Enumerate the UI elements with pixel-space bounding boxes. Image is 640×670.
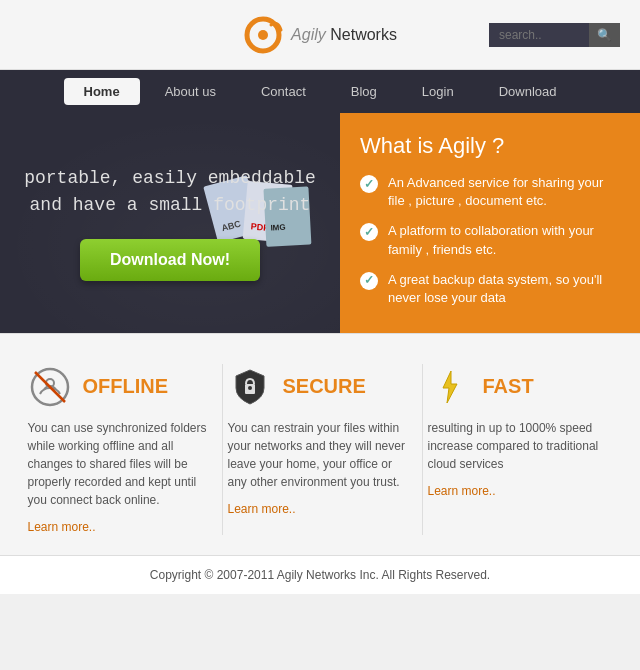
tagline-line2: and have a small footprint: [24, 192, 316, 219]
nav-item-login[interactable]: Login: [402, 78, 474, 105]
logo-networks: Networks: [326, 26, 397, 43]
download-now-button[interactable]: Download Now!: [80, 239, 260, 281]
svg-point-1: [258, 30, 268, 40]
logo-icon: [243, 15, 283, 55]
nav-item-contact[interactable]: Contact: [241, 78, 326, 105]
tagline-line1: portable, easily embeddable: [24, 165, 316, 192]
header: Agily Networks 🔍: [0, 0, 640, 70]
search-input[interactable]: [489, 23, 589, 47]
feature-fast-header: FAST: [428, 364, 613, 409]
logo-agily: Agily: [291, 26, 326, 43]
search-button[interactable]: 🔍: [589, 23, 620, 47]
nav-item-about[interactable]: About us: [145, 78, 236, 105]
hero-feature-3-text: A great backup data system, so you'll ne…: [388, 271, 620, 307]
feature-secure: SECURE You can restrain your files withi…: [228, 364, 413, 535]
feature-fast: FAST resulting in up to 1000% speed incr…: [428, 364, 613, 535]
svg-marker-13: [443, 371, 457, 403]
footer: Copyright © 2007-2011 Agily Networks Inc…: [0, 555, 640, 594]
footer-text: Copyright © 2007-2011 Agily Networks Inc…: [150, 568, 490, 582]
main-nav: Home About us Contact Blog Login Downloa…: [0, 70, 640, 113]
feature-secure-learn-more[interactable]: Learn more..: [228, 502, 296, 516]
feature-fast-learn-more[interactable]: Learn more..: [428, 484, 496, 498]
hero-section: ABC PDF IMG portable, easily embeddable …: [0, 113, 640, 333]
nav-item-download[interactable]: Download: [479, 78, 577, 105]
search-bar: 🔍: [489, 23, 620, 47]
check-icon-3: [360, 272, 378, 290]
svg-line-10: [35, 372, 65, 402]
feature-secure-title: SECURE: [283, 375, 366, 398]
hero-feature-3: A great backup data system, so you'll ne…: [360, 271, 620, 307]
check-icon-1: [360, 175, 378, 193]
svg-point-12: [248, 386, 252, 390]
svg-text:IMG: IMG: [270, 223, 286, 233]
hero-tagline: portable, easily embeddable and have a s…: [24, 165, 316, 219]
fast-icon: [428, 364, 473, 409]
feature-secure-header: SECURE: [228, 364, 413, 409]
hero-feature-2-text: A platform to collaboration with your fa…: [388, 222, 620, 258]
feature-fast-desc: resulting in up to 1000% speed increase …: [428, 419, 613, 473]
check-icon-2: [360, 223, 378, 241]
hero-right: What is Agily ? An Advanced service for …: [340, 113, 640, 333]
feature-offline-header: OFFLINE: [28, 364, 213, 409]
logo-text: Agily Networks: [291, 26, 397, 44]
offline-icon: [28, 364, 73, 409]
hero-right-heading: What is Agily ?: [360, 133, 620, 159]
secure-icon: [228, 364, 273, 409]
hero-left: ABC PDF IMG portable, easily embeddable …: [0, 113, 340, 333]
hero-feature-1-text: An Advanced service for sharing your fil…: [388, 174, 620, 210]
feature-secure-desc: You can restrain your files within your …: [228, 419, 413, 491]
nav-item-blog[interactable]: Blog: [331, 78, 397, 105]
hero-feature-2: A platform to collaboration with your fa…: [360, 222, 620, 258]
feature-offline-title: OFFLINE: [83, 375, 169, 398]
feature-offline-desc: You can use synchronized folders while w…: [28, 419, 213, 509]
nav-item-home[interactable]: Home: [64, 78, 140, 105]
features-section: OFFLINE You can use synchronized folders…: [0, 333, 640, 555]
hero-feature-1: An Advanced service for sharing your fil…: [360, 174, 620, 210]
feature-offline-learn-more[interactable]: Learn more..: [28, 520, 96, 534]
logo: Agily Networks: [243, 15, 397, 55]
feature-fast-title: FAST: [483, 375, 534, 398]
feature-offline: OFFLINE You can use synchronized folders…: [28, 364, 213, 535]
